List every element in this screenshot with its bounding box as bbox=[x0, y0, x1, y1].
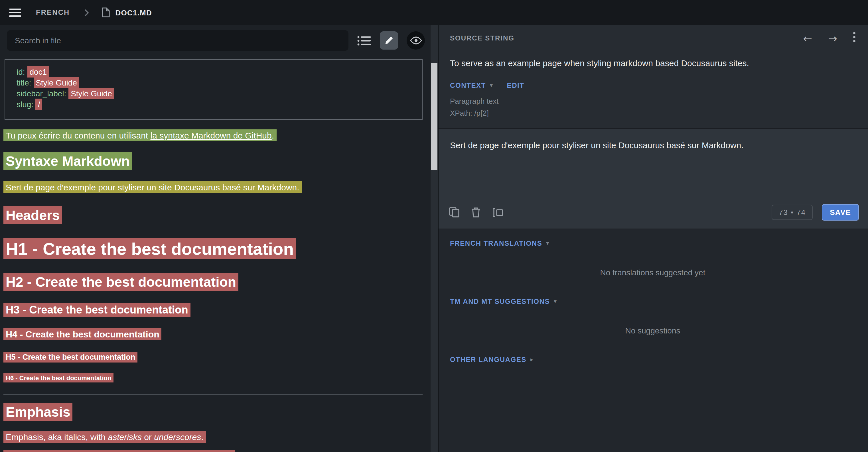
intro-text-start: Tu peux écrire du contenu en utilisant bbox=[6, 131, 151, 140]
other-languages-toggle[interactable]: OTHER LANGUAGES ▸ bbox=[450, 356, 534, 364]
trash-icon bbox=[471, 207, 481, 218]
frontmatter-key: title: bbox=[17, 78, 31, 87]
strong-bold: asterisks bbox=[129, 451, 166, 452]
app-root: FRENCH DOC1.MD id bbox=[0, 0, 868, 452]
context-details: Paragraph text XPath: /p[2] bbox=[450, 95, 856, 119]
context-label: CONTEXT bbox=[450, 82, 486, 90]
edit-mode-button[interactable] bbox=[380, 31, 398, 50]
tm-mt-label: TM AND MT SUGGESTIONS bbox=[450, 297, 550, 305]
french-translations-toggle[interactable]: FRENCH TRANSLATIONS ▾ bbox=[450, 239, 550, 247]
frontmatter-line: title: Style Guide bbox=[17, 77, 415, 88]
string-nav-actions: ← → bbox=[803, 32, 856, 44]
string-frontmatter-sidebar-label[interactable]: Style Guide bbox=[68, 88, 114, 99]
document-panel: id: doc1 title: Style Guide sidebar_labe… bbox=[0, 25, 431, 452]
caret-down-icon: ▾ bbox=[554, 299, 557, 304]
string-h2[interactable]: H2 - Create the best documentation bbox=[3, 273, 238, 291]
context-row: CONTEXT ▾ EDIT bbox=[450, 82, 856, 90]
emphasis-text: . bbox=[201, 432, 203, 442]
scrollbar-thumb[interactable] bbox=[431, 63, 437, 170]
doc-h2-line: H2 - Create the best documentation bbox=[3, 273, 424, 291]
frontmatter-line: sidebar_label: Style Guide bbox=[17, 88, 415, 99]
context-toggle[interactable]: CONTEXT ▾ bbox=[450, 82, 493, 90]
intro-text-end: . bbox=[272, 131, 274, 140]
string-intro[interactable]: Tu peux écrire du contenu en utilisant l… bbox=[3, 129, 276, 141]
string-h2-headers[interactable]: Headers bbox=[3, 206, 62, 224]
translation-editor: Sert de page d'exemple pour styliser un … bbox=[439, 128, 868, 229]
caret-down-icon: ▾ bbox=[546, 240, 550, 246]
save-button[interactable]: SAVE bbox=[822, 204, 859, 221]
chevron-right-icon bbox=[85, 9, 89, 16]
clear-translation-button[interactable] bbox=[471, 207, 481, 218]
intro-link[interactable]: la syntaxe Markdown de GitHub bbox=[151, 131, 272, 140]
breadcrumb-project[interactable]: FRENCH bbox=[36, 8, 70, 17]
pencil-icon bbox=[384, 36, 394, 45]
doc-strong-paragraph: Strong emphasis, aka bold, with asterisk… bbox=[3, 450, 424, 452]
string-h2-markdown[interactable]: Syntaxe Markdown bbox=[3, 152, 132, 170]
doc-h6-line: H6 - Create the best documentation bbox=[3, 373, 424, 383]
topbar: FRENCH DOC1.MD bbox=[0, 0, 868, 25]
string-frontmatter-id[interactable]: doc1 bbox=[27, 66, 49, 77]
frontmatter-key: sidebar_label: bbox=[17, 89, 66, 98]
document-preview: id: doc1 title: Style Guide sidebar_labe… bbox=[0, 56, 431, 452]
doc-selected-paragraph: Sert de page d'exemple pour styliser un … bbox=[3, 181, 424, 193]
copy-source-button[interactable] bbox=[449, 207, 460, 218]
source-string-label: SOURCE STRING bbox=[450, 34, 515, 42]
doc-divider bbox=[3, 394, 423, 395]
previous-string-button[interactable]: ← bbox=[803, 33, 812, 43]
string-frontmatter-title[interactable]: Style Guide bbox=[33, 77, 79, 88]
frontmatter-key: slug: bbox=[17, 100, 33, 109]
emphasis-text: Emphasis, aka italics, with bbox=[6, 432, 108, 442]
emphasis-italic: asterisks bbox=[108, 432, 142, 442]
emphasis-text: or bbox=[142, 432, 154, 442]
more-options-button[interactable] bbox=[853, 32, 856, 44]
frontmatter-key: id: bbox=[17, 67, 25, 76]
caret-down-icon: ▾ bbox=[490, 83, 493, 88]
doc-h5-line: H5 - Create the best documentation bbox=[3, 352, 424, 362]
string-h5[interactable]: H5 - Create the best documentation bbox=[3, 352, 138, 362]
preview-mode-button[interactable] bbox=[407, 31, 425, 50]
string-frontmatter-slug[interactable]: / bbox=[36, 99, 42, 110]
tm-mt-suggestions-toggle[interactable]: TM AND MT SUGGESTIONS ▾ bbox=[450, 297, 557, 305]
string-list-button[interactable] bbox=[357, 35, 371, 46]
main-area: id: doc1 title: Style Guide sidebar_labe… bbox=[0, 25, 868, 452]
string-strong[interactable]: Strong emphasis, aka bold, with asterisk… bbox=[3, 450, 235, 452]
strong-text: . bbox=[230, 451, 232, 452]
translation-toolbar: 73 • 74 SAVE bbox=[439, 197, 868, 229]
edit-label: EDIT bbox=[507, 82, 524, 90]
doc-h4-line: H4 - Create the best documentation bbox=[3, 328, 424, 341]
edit-context-button[interactable]: EDIT bbox=[507, 82, 524, 90]
emphasis-italic: underscores bbox=[154, 432, 201, 442]
translation-panel: SOURCE STRING ← → To serve as an example… bbox=[438, 25, 868, 452]
text-selection-button[interactable] bbox=[492, 207, 503, 218]
caret-right-icon: ▸ bbox=[530, 357, 534, 362]
next-string-button[interactable]: → bbox=[828, 33, 837, 43]
document-scrollbar[interactable] bbox=[431, 25, 438, 452]
no-translations-message: No translations suggested yet bbox=[450, 268, 856, 277]
char-counter: 73 • 74 bbox=[772, 205, 813, 220]
context-type: Paragraph text bbox=[450, 95, 856, 107]
suggestions-section: FRENCH TRANSLATIONS ▾ No translations su… bbox=[439, 229, 868, 452]
eye-icon bbox=[410, 36, 422, 44]
breadcrumb-file[interactable]: DOC1.MD bbox=[102, 7, 152, 18]
doc-h1-line: H1 - Create the best documentation bbox=[3, 238, 424, 260]
string-h1[interactable]: H1 - Create the best documentation bbox=[3, 238, 296, 259]
string-h2-emphasis[interactable]: Emphasis bbox=[3, 403, 73, 421]
search-input[interactable] bbox=[7, 30, 348, 51]
menu-icon[interactable] bbox=[9, 8, 21, 17]
string-h6[interactable]: H6 - Create the best documentation bbox=[3, 373, 114, 383]
context-xpath: XPath: /p[2] bbox=[450, 107, 856, 119]
doc-heading-markdown: Syntaxe Markdown bbox=[3, 152, 424, 170]
string-h4[interactable]: H4 - Create the best documentation bbox=[3, 328, 162, 340]
source-section: SOURCE STRING ← → To serve as an example… bbox=[439, 25, 868, 128]
strong-text: or bbox=[166, 451, 179, 452]
frontmatter-line: slug: / bbox=[17, 99, 415, 110]
string-emphasis[interactable]: Emphasis, aka italics, with asterisks or… bbox=[3, 431, 206, 443]
file-icon bbox=[102, 7, 111, 18]
arrow-right-icon: → bbox=[828, 32, 837, 44]
string-selected[interactable]: Sert de page d'exemple pour styliser un … bbox=[3, 181, 302, 193]
other-languages-label: OTHER LANGUAGES bbox=[450, 356, 526, 364]
source-header: SOURCE STRING ← → bbox=[450, 25, 856, 51]
string-h3[interactable]: H3 - Create the best documentation bbox=[3, 303, 190, 317]
strong-bold: underscores bbox=[179, 451, 230, 452]
translation-input[interactable]: Sert de page d'exemple pour styliser un … bbox=[439, 129, 868, 150]
